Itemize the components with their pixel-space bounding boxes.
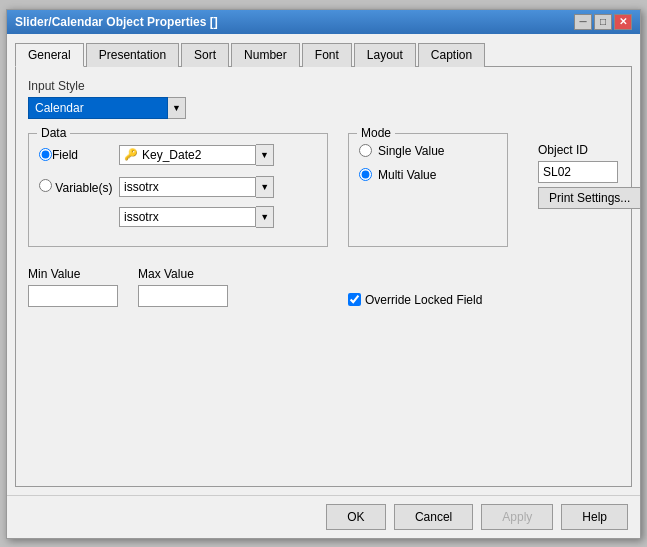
variable-select2-arrow[interactable]: ▼ (256, 206, 274, 228)
variable-select1-arrow[interactable]: ▼ (256, 176, 274, 198)
data-mode-row: Data Field 🔑 Key_Date2 ▼ (28, 133, 619, 247)
variables-radio[interactable] (39, 179, 52, 192)
main-window: Slider/Calendar Object Properties [] ─ □… (6, 9, 641, 539)
data-group: Data Field 🔑 Key_Date2 ▼ (28, 133, 328, 247)
print-settings-button[interactable]: Print Settings... (538, 187, 641, 209)
window-title: Slider/Calendar Object Properties [] (15, 15, 218, 29)
min-max-override-row: Min Value Max Value Override Locked Fiel… (28, 267, 619, 307)
object-id-group: Object ID Print Settings... (528, 133, 641, 247)
variable-row: Variable(s) issotrx ▼ (39, 176, 317, 198)
override-row: Override Locked Field (348, 293, 482, 307)
min-value-item: Min Value (28, 267, 118, 307)
multi-value-row: Multi Value (359, 168, 497, 182)
ok-button[interactable]: OK (326, 504, 386, 530)
field-row: Field 🔑 Key_Date2 ▼ (39, 144, 317, 166)
single-value-row: Single Value (359, 144, 497, 158)
tab-number[interactable]: Number (231, 43, 300, 67)
override-locked-checkbox[interactable] (348, 293, 361, 306)
apply-button[interactable]: Apply (481, 504, 553, 530)
object-id-input[interactable] (538, 161, 618, 183)
close-button[interactable]: ✕ (614, 14, 632, 30)
max-value-item: Max Value (138, 267, 228, 307)
object-id-label: Object ID (538, 143, 641, 157)
variable-select-1[interactable]: issotrx (119, 177, 256, 197)
data-group-label: Data (37, 126, 70, 140)
tab-presentation[interactable]: Presentation (86, 43, 179, 67)
maximize-button[interactable]: □ (594, 14, 612, 30)
input-style-select[interactable]: Calendar (28, 97, 168, 119)
max-value-label: Max Value (138, 267, 228, 281)
input-style-wrapper: Calendar ▼ (28, 97, 619, 119)
field-radio[interactable] (39, 148, 52, 161)
minimize-button[interactable]: ─ (574, 14, 592, 30)
tab-layout[interactable]: Layout (354, 43, 416, 67)
bottom-buttons: OK Cancel Apply Help (7, 495, 640, 538)
field-dropdown-arrow[interactable]: ▼ (256, 144, 274, 166)
tab-font[interactable]: Font (302, 43, 352, 67)
general-panel: Input Style Calendar ▼ Data Field (15, 67, 632, 487)
max-value-input[interactable] (138, 285, 228, 307)
title-bar: Slider/Calendar Object Properties [] ─ □… (7, 10, 640, 34)
min-max-row: Min Value Max Value (28, 267, 228, 307)
input-style-dropdown-arrow[interactable]: ▼ (168, 97, 186, 119)
field-select-wrapper: 🔑 Key_Date2 ▼ (119, 144, 274, 166)
variable-select-2[interactable]: issotrx (119, 207, 256, 227)
mode-group-label: Mode (357, 126, 395, 140)
field-value-display: 🔑 Key_Date2 (119, 145, 256, 165)
tab-general[interactable]: General (15, 43, 84, 67)
variable-label: Variable(s) (39, 179, 119, 195)
min-value-label: Min Value (28, 267, 118, 281)
variable-row-2: issotrx ▼ (39, 206, 317, 228)
cancel-button[interactable]: Cancel (394, 504, 473, 530)
single-value-radio[interactable] (359, 144, 372, 157)
variable-select1-wrapper: issotrx ▼ (119, 176, 274, 198)
min-value-input[interactable] (28, 285, 118, 307)
mode-group: Mode Single Value Multi Value (348, 133, 508, 247)
multi-value-radio[interactable] (359, 168, 372, 181)
override-locked-label: Override Locked Field (365, 293, 482, 307)
field-label: Field (39, 148, 119, 162)
tab-bar: General Presentation Sort Number Font La… (15, 42, 632, 67)
variable-select2-wrapper: issotrx ▼ (119, 206, 274, 228)
tab-caption[interactable]: Caption (418, 43, 485, 67)
title-bar-buttons: ─ □ ✕ (574, 14, 632, 30)
key-icon: 🔑 (124, 148, 138, 161)
input-style-label: Input Style (28, 79, 619, 93)
window-content: General Presentation Sort Number Font La… (7, 34, 640, 495)
tab-sort[interactable]: Sort (181, 43, 229, 67)
help-button[interactable]: Help (561, 504, 628, 530)
